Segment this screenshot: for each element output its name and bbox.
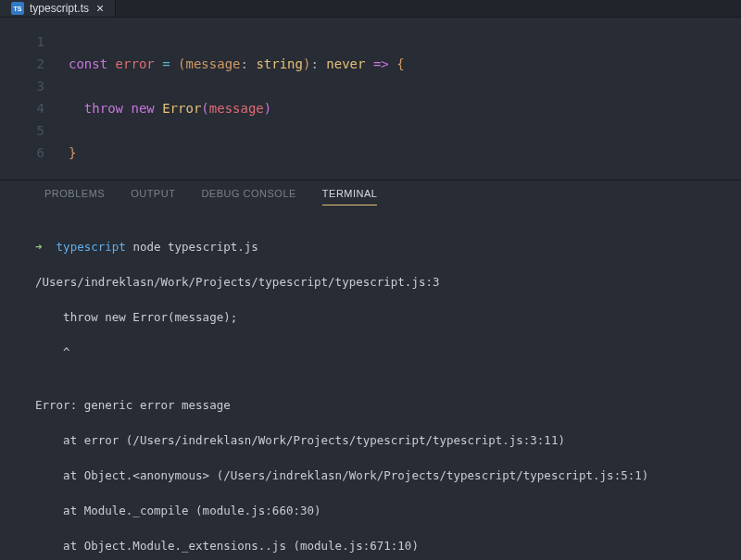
typescript-file-icon: TS <box>11 2 24 15</box>
close-icon[interactable]: × <box>94 0 106 17</box>
terminal-line: /Users/indreklasn/Work/Projects/typescri… <box>35 273 730 291</box>
tab-problems[interactable]: PROBLEMS <box>44 188 105 205</box>
terminal-prompt: typescript <box>57 240 126 254</box>
tab-debug-console[interactable]: DEBUG CONSOLE <box>201 188 295 205</box>
line-number: 4 <box>0 97 44 119</box>
line-number: 3 <box>0 75 44 97</box>
terminal-line: at Object.<anonymous> (/Users/indreklasn… <box>35 467 730 484</box>
line-number: 6 <box>0 142 44 164</box>
prompt-arrow-icon: ➜ <box>35 240 43 254</box>
terminal-content[interactable]: ➜ typescript node typescript.js /Users/i… <box>0 211 741 560</box>
panel-tab-bar: PROBLEMS OUTPUT DEBUG CONSOLE TERMINAL <box>0 180 741 211</box>
editor-tab[interactable]: TS typescript.ts × <box>0 0 116 17</box>
terminal-command: node typescript.js <box>132 240 257 254</box>
line-number: 1 <box>0 31 44 53</box>
line-number: 2 <box>0 53 44 75</box>
line-number: 5 <box>0 119 44 142</box>
terminal-line: at error (/Users/indreklasn/Work/Project… <box>35 431 730 449</box>
tab-terminal[interactable]: TERMINAL <box>322 188 378 205</box>
terminal-line: Error: generic error message <box>35 396 730 414</box>
code-editor[interactable]: 1 2 3 4 5 6 const error = (message: stri… <box>0 18 741 180</box>
terminal-line: at Module._compile (module.js:660:30) <box>35 502 730 519</box>
terminal-line: throw new Error(message); <box>35 308 730 326</box>
terminal-line: ^ <box>35 343 730 361</box>
terminal-line: at Object.Module._extensions..js (module… <box>35 537 730 554</box>
tab-bar: TS typescript.ts × <box>0 0 741 18</box>
line-number-gutter: 1 2 3 4 5 6 <box>0 31 69 180</box>
bottom-panel: PROBLEMS OUTPUT DEBUG CONSOLE TERMINAL ➜… <box>0 180 741 560</box>
tab-filename: typescript.ts <box>30 2 89 15</box>
tab-output[interactable]: OUTPUT <box>131 188 175 205</box>
code-content[interactable]: const error = (message: string): never =… <box>69 31 405 180</box>
